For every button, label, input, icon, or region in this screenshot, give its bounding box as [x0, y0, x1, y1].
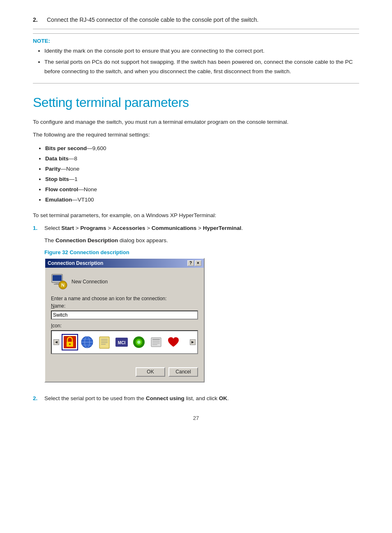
step-intro-rj45: 2. Connect the RJ-45 connector of the co… — [33, 16, 359, 23]
step2-number: 2. — [33, 394, 41, 403]
icon-heart-svg — [166, 335, 180, 349]
to-set-text: To set terminal parameters, for example,… — [33, 211, 359, 220]
icon-book-svg — [97, 335, 111, 349]
svg-text:MCI: MCI — [118, 341, 126, 345]
new-connection-label: New Connection — [71, 279, 108, 285]
start-bold: Start — [61, 225, 74, 231]
figure-label: Figure 32 Connection description — [44, 249, 359, 255]
setting-databits-value: —8 — [69, 155, 77, 162]
svg-point-8 — [69, 343, 71, 345]
dialog-titlebar: Connection Description ? × — [45, 259, 204, 268]
new-connection-icon: N — [51, 273, 67, 290]
icons-scroll-area: ◄ — [51, 330, 198, 354]
communications-bold: Communications — [152, 225, 197, 231]
note-block: NOTE: Identity the mark on the console p… — [33, 33, 359, 83]
dialog-titlebar-buttons: ? × — [187, 260, 201, 266]
icon-section-label: Icon: — [51, 323, 198, 329]
step-number: 2. — [33, 16, 40, 23]
divider-top — [33, 29, 359, 29]
dialog-body: N New Connection Enter a name and choose… — [45, 268, 204, 362]
setting-emulation: Emulation—VT100 — [45, 195, 359, 205]
dialog-prompt: Enter a name and choose an icon for the … — [51, 296, 198, 301]
setting-databits: Data bits—8 — [45, 154, 359, 164]
dialog-title-text: Connection Description — [48, 260, 103, 266]
icon-lock-svg — [63, 335, 77, 349]
svg-point-23 — [137, 341, 141, 344]
dialog-footer: OK Cancel — [45, 364, 204, 382]
step2-content: Select the serial port to be used from t… — [44, 394, 229, 403]
page-number: 27 — [33, 415, 359, 421]
step1-row: 1. Select Start > Programs > Accessories… — [33, 224, 359, 233]
setting-emulation-label: Emulation — [45, 197, 72, 203]
setting-bps-label: Bits per second — [45, 145, 87, 151]
hyperterminal-bold: HyperTerminal — [203, 225, 242, 231]
icon-item-2[interactable] — [79, 334, 95, 350]
svg-rect-26 — [152, 341, 160, 342]
icon-item-4[interactable]: MCI — [113, 334, 130, 350]
icon-green-svg — [132, 335, 146, 349]
svg-rect-25 — [152, 339, 160, 340]
icon-item-7[interactable] — [165, 334, 182, 350]
svg-rect-27 — [152, 343, 160, 343]
dialog-icon-row: N New Connection — [51, 273, 198, 290]
icon-fax-svg — [149, 335, 163, 349]
setting-flowcontrol-label: Flow control — [45, 186, 78, 192]
svg-rect-1 — [53, 275, 62, 281]
setting-stopbits: Stop bits—1 — [45, 174, 359, 185]
setting-bps: Bits per second—9,600 — [45, 144, 359, 154]
step2-row: 2. Select the serial port to be used fro… — [33, 394, 359, 403]
intro-text: To configure and manage the switch, you … — [33, 118, 359, 127]
connection-desc-bold: Connection Description — [55, 237, 118, 243]
icon-globe-svg — [80, 335, 94, 349]
step1-sub: The Connection Description dialog box ap… — [44, 236, 359, 245]
accessories-bold: Accessories — [113, 225, 145, 231]
name-label: Name: — [51, 303, 198, 309]
scroll-right-button[interactable]: ► — [190, 339, 196, 345]
ok-bold: OK — [219, 395, 227, 401]
icon-item-1[interactable] — [62, 334, 78, 350]
svg-rect-28 — [152, 344, 157, 345]
cancel-button[interactable]: Cancel — [168, 367, 198, 377]
ok-button[interactable]: OK — [136, 367, 165, 377]
step1-content: Select Start > Programs > Accessories > … — [44, 224, 359, 233]
note-label: NOTE: — [33, 38, 359, 44]
setting-stopbits-value: —1 — [69, 176, 78, 182]
icon-item-6[interactable] — [148, 334, 164, 350]
setting-flowcontrol: Flow control—None — [45, 185, 359, 195]
name-input[interactable] — [51, 311, 198, 320]
setting-emulation-value: —VT100 — [72, 197, 94, 203]
dialog-close-button[interactable]: × — [195, 260, 201, 266]
svg-text:N: N — [61, 283, 65, 287]
connect-using-bold: Connect using — [146, 395, 184, 401]
svg-rect-2 — [55, 283, 59, 284]
step1-number: 1. — [33, 224, 41, 233]
setting-stopbits-label: Stop bits — [45, 176, 69, 182]
connection-description-dialog: Connection Description ? × N — [44, 258, 205, 382]
icon-item-3[interactable] — [96, 334, 113, 350]
note-bullet-1: Identity the mark on the console port to… — [44, 46, 359, 56]
dialog-help-button[interactable]: ? — [187, 260, 194, 266]
dialog-wrapper: Connection Description ? × N — [44, 258, 205, 382]
programs-bold: Programs — [80, 225, 106, 231]
note-bullet-2: The serial ports on PCs do not support h… — [44, 58, 359, 76]
settings-list: Bits per second—9,600 Data bits—8 Parity… — [33, 144, 359, 205]
setting-parity: Parity—None — [45, 164, 359, 174]
section-title: Setting terminal parameters — [33, 95, 359, 110]
step-text: Connect the RJ-45 connector of the conso… — [47, 16, 258, 23]
setting-parity-value: —None — [61, 166, 80, 172]
step1-sub-end: dialog box appears. — [118, 237, 168, 243]
required-text: The following are the required terminal … — [33, 130, 359, 139]
setting-bps-value: —9,600 — [87, 145, 106, 151]
setting-flowcontrol-value: —None — [78, 186, 97, 192]
scroll-left-button[interactable]: ◄ — [53, 339, 59, 345]
note-bullets: Identity the mark on the console port to… — [33, 46, 359, 76]
setting-databits-label: Data bits — [45, 155, 69, 162]
setting-parity-label: Parity — [45, 166, 61, 172]
icon-item-5[interactable] — [131, 334, 147, 350]
icon-mci-svg: MCI — [115, 335, 129, 349]
